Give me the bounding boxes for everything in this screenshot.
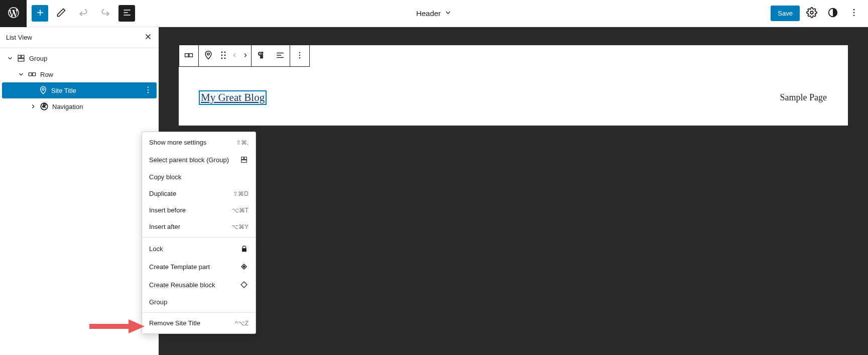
navigation-link-sample-page[interactable]: Sample Page <box>780 92 827 103</box>
gear-icon <box>806 7 817 20</box>
site-title-block-button[interactable] <box>199 45 218 66</box>
svg-point-12 <box>148 89 149 90</box>
svg-rect-30 <box>241 160 247 163</box>
wordpress-logo-button[interactable] <box>0 0 27 27</box>
redo-button[interactable] <box>96 5 114 23</box>
more-vertical-icon <box>849 8 859 19</box>
save-button[interactable]: Save <box>771 6 800 21</box>
block-options-button[interactable] <box>290 45 309 66</box>
edit-button[interactable] <box>52 5 70 23</box>
menu-group[interactable]: Group <box>142 294 256 310</box>
keyboard-shortcut: ⇧⌘D <box>233 190 249 197</box>
menu-insert-after[interactable]: Insert after ⌥⌘Y <box>142 218 256 235</box>
plus-icon <box>35 8 45 19</box>
menu-remove-site-title[interactable]: Remove Site Title ^⌥Z <box>142 315 256 331</box>
heading-level-button[interactable] <box>252 45 271 66</box>
contrast-icon <box>827 7 838 20</box>
menu-item-label: Create Template part <box>149 263 210 271</box>
tree-item-group[interactable]: Group <box>2 50 157 66</box>
align-button[interactable] <box>271 45 290 66</box>
list-view-button[interactable] <box>118 5 135 22</box>
block-toolbar <box>179 45 310 67</box>
chevron-down-icon[interactable] <box>444 9 452 18</box>
keyboard-shortcut: ^⌥Z <box>235 320 249 327</box>
move-right-button[interactable] <box>240 45 251 66</box>
group-block-icon <box>239 155 249 164</box>
menu-select-parent[interactable]: Select parent block (Group) <box>142 151 256 169</box>
chevron-right-icon <box>242 52 249 60</box>
styles-button[interactable] <box>824 5 842 23</box>
block-context-menu: Show more settings ⇧⌘, Select parent blo… <box>142 132 256 334</box>
menu-item-label: Remove Site Title <box>149 319 200 327</box>
svg-rect-6 <box>22 55 24 58</box>
menu-duplicate[interactable]: Duplicate ⇧⌘D <box>142 185 256 202</box>
menu-show-more-settings[interactable]: Show more settings ⇧⌘, <box>142 134 256 151</box>
svg-point-18 <box>207 53 209 55</box>
svg-rect-17 <box>189 53 193 57</box>
menu-copy-block[interactable]: Copy block <box>142 169 256 185</box>
options-button[interactable] <box>845 5 863 23</box>
chevron-down-icon[interactable] <box>4 55 16 62</box>
svg-point-13 <box>148 92 149 93</box>
navigation-block-icon <box>39 102 49 111</box>
menu-item-label: Select parent block (Group) <box>149 156 229 164</box>
svg-point-0 <box>810 11 813 14</box>
svg-rect-31 <box>242 265 245 268</box>
template-part-icon <box>239 262 249 271</box>
close-icon <box>144 35 153 43</box>
header-template-canvas[interactable]: My Great Blog Sample Page <box>179 45 848 126</box>
tree-label: Row <box>40 71 53 78</box>
paragraph-icon <box>257 51 266 61</box>
tree-item-navigation[interactable]: Navigation <box>2 98 157 114</box>
chevron-right-icon[interactable] <box>27 103 39 110</box>
list-icon <box>122 8 132 19</box>
add-block-button[interactable] <box>32 5 48 22</box>
menu-item-label: Insert after <box>149 223 180 230</box>
svg-point-27 <box>299 57 300 58</box>
drag-handle[interactable] <box>218 45 229 66</box>
settings-button[interactable] <box>803 5 821 23</box>
menu-create-template-part[interactable]: Create Template part <box>142 258 256 276</box>
close-panel-button[interactable] <box>144 32 153 43</box>
undo-button[interactable] <box>74 5 92 23</box>
menu-create-reusable-block[interactable]: Create Reusable block <box>142 276 256 294</box>
svg-point-2 <box>853 9 855 11</box>
chevron-left-icon <box>231 52 238 60</box>
align-left-icon <box>276 51 285 61</box>
tree-label: Group <box>29 55 47 62</box>
svg-point-4 <box>853 15 855 17</box>
svg-point-24 <box>224 57 226 59</box>
top-toolbar: Header Save <box>0 0 868 27</box>
menu-lock[interactable]: Lock <box>142 240 256 258</box>
tree-item-site-title[interactable]: Site Title <box>2 82 157 98</box>
svg-point-23 <box>221 57 223 59</box>
editor-canvas-wrap: My Great Blog Sample Page <box>159 27 868 355</box>
group-block-icon <box>16 54 26 63</box>
reusable-block-icon <box>239 280 249 289</box>
svg-rect-28 <box>241 157 244 160</box>
lock-icon <box>239 244 249 253</box>
menu-item-label: Show more settings <box>149 139 206 146</box>
tree-item-row[interactable]: Row <box>2 66 157 82</box>
pencil-icon <box>56 8 66 19</box>
more-vertical-icon <box>144 88 153 96</box>
wordpress-icon <box>7 6 20 21</box>
move-left-button[interactable] <box>229 45 240 66</box>
menu-item-label: Copy block <box>149 173 181 181</box>
block-type-button[interactable] <box>179 45 198 66</box>
menu-insert-before[interactable]: Insert before ⌥⌘T <box>142 202 256 218</box>
tree-label: Navigation <box>52 103 83 110</box>
template-name[interactable]: Header <box>416 9 441 18</box>
svg-rect-29 <box>244 157 247 160</box>
svg-point-11 <box>148 86 149 87</box>
svg-point-19 <box>221 51 223 53</box>
map-pin-icon <box>203 50 213 62</box>
chevron-down-icon[interactable] <box>15 71 27 78</box>
svg-point-3 <box>853 12 855 14</box>
tree-item-options-button[interactable] <box>144 85 153 96</box>
svg-point-22 <box>224 54 226 56</box>
site-title-block[interactable]: My Great Blog <box>199 90 267 105</box>
row-block-icon <box>27 70 37 79</box>
menu-item-label: Create Reusable block <box>149 281 215 289</box>
list-view-title: List View <box>6 34 32 41</box>
